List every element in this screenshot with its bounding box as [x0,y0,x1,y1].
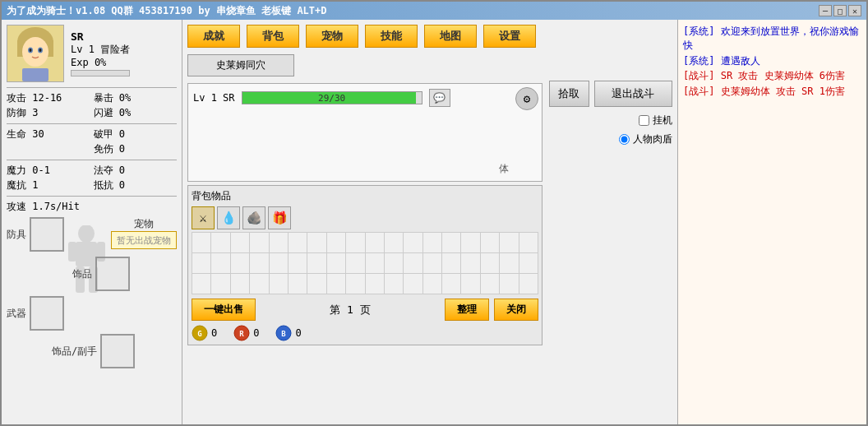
auto-label: 挂机 [653,113,672,127]
inv-cell[interactable] [461,274,479,294]
char-level: Lv 1 冒险者 [71,43,130,57]
inv-cell[interactable] [346,233,364,252]
accessory-label: 饰品 [72,267,92,281]
accessory-slot[interactable] [95,257,130,291]
inv-cell[interactable] [289,253,307,273]
accessory2-row: 饰品/副手 [52,334,177,368]
inv-cell[interactable] [481,233,499,252]
inv-cell[interactable] [461,233,479,252]
inv-cell[interactable] [366,253,384,273]
log-line-0: [系统] 欢迎来到放置世界，祝你游戏愉快 [683,25,861,53]
minimize-button[interactable]: ─ [819,5,832,16]
inv-cell[interactable] [442,233,460,252]
settings-circle[interactable]: ⚙ [515,87,538,110]
inv-cell[interactable] [192,274,210,294]
char-details: SR Lv 1 冒险者 Exp 0% [71,25,130,82]
inv-cell[interactable] [442,274,460,294]
close-button[interactable]: ✕ [848,5,861,16]
inv-cell[interactable] [519,274,538,294]
inv-cell[interactable] [192,253,210,273]
nav-backpack[interactable]: 背包 [247,25,299,48]
inv-cell[interactable] [231,253,249,273]
inv-cell[interactable] [423,253,441,273]
inv-cell[interactable] [270,253,288,273]
inv-cell[interactable] [500,274,518,294]
log-line-2: [战斗] SR 攻击 史莱姆幼体 6伤害 [683,69,861,83]
quick-item-2[interactable]: 🪨 [242,206,265,229]
maximize-button[interactable]: □ [833,5,847,16]
organize-btn[interactable]: 整理 [445,299,489,321]
nav-achievement[interactable]: 成就 [187,25,240,48]
inv-cell[interactable] [289,233,307,252]
inv-cell[interactable] [250,274,268,294]
title-bar: 为了成为骑士！v1.08 QQ群 453817190 by 串烧章鱼 老板键 A… [2,2,866,20]
pet-label: 宠物 [111,217,177,231]
quick-item-1[interactable]: 💧 [217,206,240,229]
nav-map[interactable]: 地图 [424,25,477,48]
inv-cell[interactable] [192,233,210,252]
inv-cell[interactable] [327,253,345,273]
inv-cell[interactable] [307,233,326,252]
accessory2-slot[interactable] [100,334,135,368]
chat-icon[interactable]: 💬 [429,89,450,107]
stat-crit: 暴击 0% [94,91,178,105]
inv-cell[interactable] [481,274,499,294]
inv-cell[interactable] [519,233,538,252]
inv-cell[interactable] [461,253,479,273]
close-inv-btn[interactable]: 关闭 [494,299,538,321]
inv-cell[interactable] [231,274,249,294]
quick-item-3[interactable]: 🎁 [268,206,291,229]
inv-cell[interactable] [442,253,460,273]
battle-scene-interior [193,110,537,176]
inv-cell[interactable] [385,253,403,273]
inv-cell[interactable] [250,253,268,273]
inv-cell[interactable] [423,274,441,294]
inv-cell[interactable] [346,274,364,294]
inv-cell[interactable] [385,274,403,294]
shield-radio[interactable] [619,134,630,145]
inv-cell[interactable] [423,233,441,252]
inv-cell[interactable] [327,274,345,294]
inv-cell[interactable] [500,253,518,273]
pickup-btn[interactable]: 拾取 [549,81,589,107]
inv-cell[interactable] [270,233,288,252]
inv-cell[interactable] [404,253,422,273]
inv-cell[interactable] [327,233,345,252]
weapon-label: 武器 [7,307,26,321]
inv-cell[interactable] [289,274,307,294]
inv-cell[interactable] [211,233,229,252]
inv-cell[interactable] [231,233,249,252]
auto-checkbox[interactable] [639,115,649,126]
dungeon-btn[interactable]: 史莱姆同穴 [187,54,294,76]
inv-cell[interactable] [481,253,499,273]
nav-skill[interactable]: 技能 [365,25,418,48]
inv-cell[interactable] [346,253,364,273]
armor-slot[interactable] [30,217,64,252]
exit-battle-btn[interactable]: 退出战斗 [594,81,672,107]
stat-empty [7,142,90,156]
sell-all-btn[interactable]: 一键出售 [192,299,256,321]
divider-3 [7,160,177,160]
inv-cell[interactable] [404,274,422,294]
inv-cell[interactable] [366,274,384,294]
inv-cell[interactable] [211,274,229,294]
inv-cell[interactable] [500,233,518,252]
inv-cell[interactable] [519,253,538,273]
inv-cell[interactable] [366,233,384,252]
battle-btn-row: 拾取 退出战斗 [549,81,672,107]
nav-settings[interactable]: 设置 [483,25,536,48]
quick-item-0[interactable]: ⚔ [192,206,215,229]
weapon-slot[interactable] [30,296,64,331]
currency-red: R 0 [233,325,259,341]
accessory2-label: 饰品/副手 [52,345,97,359]
inv-cell[interactable] [307,253,326,273]
inv-cell[interactable] [270,274,288,294]
inv-cell[interactable] [404,233,422,252]
inv-cell[interactable] [307,274,326,294]
stat-attack: 攻击 12-16 [7,91,90,105]
nav-pet[interactable]: 宠物 [306,25,358,48]
inv-cell[interactable] [250,233,268,252]
inv-cell[interactable] [385,233,403,252]
pet-box: 暂无出战宠物 [111,231,177,249]
inv-cell[interactable] [211,253,229,273]
